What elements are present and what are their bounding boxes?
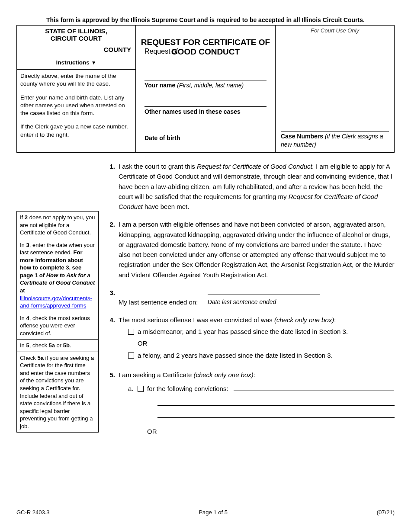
form-title-line-1: REQUEST FOR CERTIFICATE OF	[140, 38, 271, 47]
your-name-label: Your name	[144, 82, 175, 89]
item-5-or: OR	[147, 426, 395, 436]
your-name-hint: (First, middle, last name)	[177, 82, 244, 89]
dob-input[interactable]	[144, 122, 267, 133]
item-1-text: I ask the court to grant this Request fo…	[119, 161, 395, 212]
side-instr-5-check: In 5, check 5a or 5b.	[17, 340, 98, 352]
convictions-input-1[interactable]	[234, 381, 394, 391]
item-5a-letter: a.	[128, 384, 138, 394]
footer-date: (07/21)	[377, 509, 395, 516]
checkbox-5a[interactable]	[138, 386, 144, 392]
side-instructions-box: If 2 does not apply to you, you are not …	[16, 211, 99, 433]
other-names-input[interactable]	[144, 96, 267, 107]
item-3-text: My last sentence ended on:	[119, 298, 198, 306]
instruction-1: Directly above, enter the name of the co…	[17, 70, 136, 91]
page-footer: GC-R 2403.3 Page 1 of 5 (07/21)	[16, 509, 395, 516]
approval-banner: This form is approved by the Illinois Su…	[16, 16, 395, 23]
instruction-3: If the Clerk gave you a new case number,…	[17, 120, 136, 153]
case-numbers-label: Case Numbers	[281, 133, 323, 140]
instruction-2: Enter your name and birth date. List any…	[17, 91, 136, 120]
checkbox-felony[interactable]	[128, 353, 134, 359]
item-4-or: OR	[138, 338, 395, 348]
side-instr-3-date: In 3, enter the date when your last sent…	[17, 239, 98, 312]
item-5-number: 5.	[106, 370, 119, 437]
item-4-number: 4.	[106, 315, 119, 362]
approved-forms-link[interactable]: illinoiscourts.gov/documents-and-forms/a…	[20, 295, 92, 309]
convictions-input-2[interactable]	[157, 396, 395, 406]
county-input-line[interactable]	[21, 45, 100, 53]
county-label: COUNTY	[104, 46, 131, 53]
header-table: STATE OF ILLINOIS, CIRCUIT COURT COUNTY …	[16, 25, 395, 153]
item-2-text: I am a person with eligible offenses and…	[119, 219, 395, 280]
option-felony: a felony, and 2 years have passed since …	[138, 352, 333, 359]
state-line-2: CIRCUIT COURT	[17, 35, 135, 42]
item-2-number: 2.	[106, 219, 119, 280]
footer-form-id: GC-R 2403.3	[16, 509, 50, 516]
item-4-hint: (check only one box)	[274, 316, 334, 324]
your-name-input[interactable]	[144, 69, 267, 80]
side-instr-2-eligibility: If 2 does not apply to you, you are not …	[17, 212, 98, 239]
case-number-input[interactable]	[281, 120, 389, 131]
item-4-text: The most serious offense I was ever conv…	[119, 316, 274, 324]
convictions-input-3[interactable]	[157, 408, 395, 418]
item-5-text: I am seeking a Certificate	[119, 371, 193, 378]
last-sentence-date-label: Date last sentence ended	[208, 298, 320, 307]
footer-page-number: Page 1 of 5	[199, 509, 228, 516]
dob-label: Date of birth	[144, 134, 267, 142]
triangle-down-icon: ▼	[91, 59, 96, 66]
other-names-label: Other names used in these cases	[144, 108, 267, 116]
item-3-number: 3.	[106, 288, 119, 307]
option-5a-text: for the following convictions:	[147, 385, 228, 392]
court-use-only: For Court Use Only	[276, 26, 395, 120]
option-misdemeanor: a misdemeanor, and 1 year has passed sin…	[138, 328, 348, 335]
side-instr-4-offense: In 4, check the most serious offense you…	[17, 312, 98, 340]
item-5-hint: (check only one box)	[193, 371, 253, 378]
checkbox-misdemeanor[interactable]	[128, 329, 134, 335]
item-1-number: 1.	[106, 161, 119, 212]
side-instr-5a-detail: Check 5a if you are seeking a Certificat…	[17, 352, 98, 432]
last-sentence-date-input[interactable]	[208, 288, 320, 295]
instructions-header: Instructions▼	[17, 56, 136, 70]
state-line-1: STATE OF ILLINOIS,	[17, 27, 135, 35]
